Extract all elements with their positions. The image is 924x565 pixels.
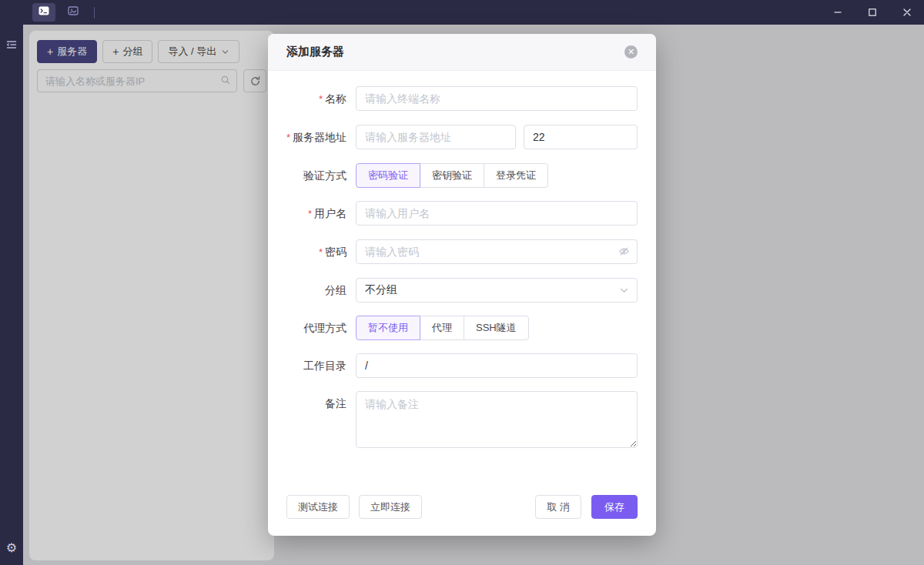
password-label: *密码 [286,239,346,265]
dialog-header: 添加服务器 ✕ [268,34,656,71]
username-label: *用户名 [286,201,346,226]
form-row-username: *用户名 [286,201,638,226]
tab-gallery[interactable] [62,3,85,22]
menu-fold-icon [5,38,18,51]
add-server-dialog: 添加服务器 ✕ *名称 *服务器地址 验证方式 [268,34,656,536]
required-mark: * [319,246,323,258]
settings-button[interactable]: ⚙ [0,542,23,554]
titlebar [0,0,924,25]
auth-option-credential[interactable]: 登录凭证 [484,163,548,188]
minimize-icon [833,8,842,17]
required-mark: * [308,208,312,219]
group-label: 分组 [286,278,346,303]
proxy-option-proxy[interactable]: 代理 [420,316,464,340]
form-row-auth: 验证方式 密码验证 密钥验证 登录凭证 [286,163,638,188]
dialog-close-button[interactable]: ✕ [624,45,638,59]
workdir-label: 工作目录 [286,353,346,378]
remark-label: 备注 [286,391,346,416]
cancel-button[interactable]: 取 消 [535,495,581,519]
proxy-option-none[interactable]: 暂不使用 [356,316,420,340]
connect-now-button[interactable]: 立即连接 [359,495,422,519]
dialog-title: 添加服务器 [286,45,344,59]
eye-off-icon[interactable] [618,246,630,260]
close-icon [902,8,912,17]
form-row-remark: 备注 [286,391,638,451]
sidebar-rail: ⚙ [0,25,23,565]
port-input[interactable] [524,125,638,149]
auth-option-password[interactable]: 密码验证 [356,163,420,188]
maximize-button[interactable] [855,0,889,25]
dialog-footer: 测试连接 立即连接 取 消 保存 [268,464,656,536]
server-address-input[interactable] [356,125,516,149]
maximize-icon [868,8,877,17]
test-connection-button[interactable]: 测试连接 [286,495,350,519]
workdir-input[interactable] [356,353,638,378]
auth-segmented-control: 密码验证 密钥验证 登录凭证 [356,163,548,188]
form-row-address: *服务器地址 [286,125,638,150]
required-mark: * [319,93,323,105]
window-controls [820,0,924,25]
group-selected-value: 不分组 [365,283,397,297]
name-label: *名称 [286,86,346,112]
gear-icon: ⚙ [6,542,17,554]
close-window-button[interactable] [889,0,924,25]
collapse-sidebar-button[interactable] [0,38,23,51]
proxy-label: 代理方式 [286,316,346,340]
proxy-option-ssh-tunnel[interactable]: SSH隧道 [464,316,529,340]
name-input[interactable] [356,86,638,111]
minimize-button[interactable] [820,0,855,25]
form-row-proxy: 代理方式 暂不使用 代理 SSH隧道 [286,316,638,340]
remark-textarea[interactable] [356,391,638,448]
address-label: *服务器地址 [286,125,346,150]
form-row-name: *名称 [286,86,638,112]
form-row-workdir: 工作目录 [286,353,638,378]
form-row-group: 分组 不分组 [286,278,638,303]
dialog-body: *名称 *服务器地址 验证方式 密码验证 [268,71,656,451]
auth-label: 验证方式 [286,163,346,188]
auth-option-key[interactable]: 密钥验证 [420,163,484,188]
group-select[interactable]: 不分组 [356,278,638,303]
proxy-segmented-control: 暂不使用 代理 SSH隧道 [356,316,529,340]
chevron-down-icon [619,286,629,298]
form-row-password: *密码 [286,239,638,265]
save-button[interactable]: 保存 [591,495,638,519]
gallery-tab-icon [67,5,79,20]
password-input[interactable] [356,239,638,264]
tab-divider [94,7,95,18]
app-window: ⚙ + 服务器 + 分组 导入 / 导出 [0,0,924,565]
terminal-tab-icon [38,5,50,20]
username-input[interactable] [356,201,638,226]
tab-terminal[interactable] [32,3,55,22]
titlebar-tabs [0,0,95,25]
required-mark: * [286,132,290,143]
